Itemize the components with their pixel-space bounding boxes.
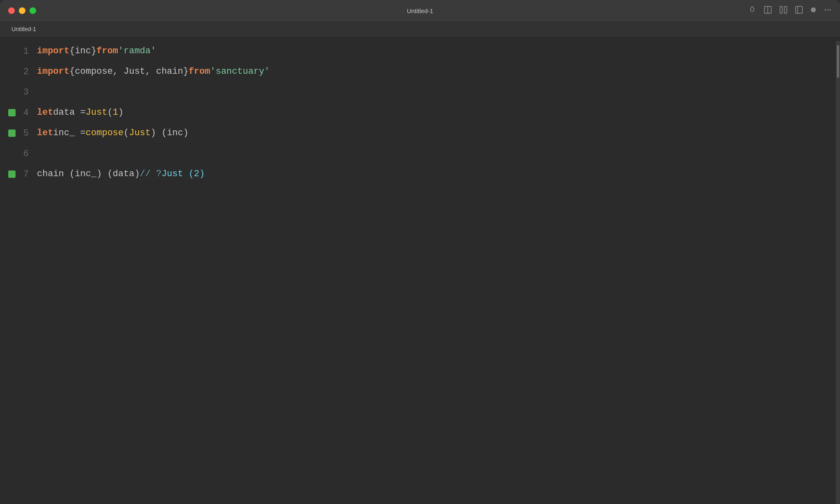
token: ) <box>183 123 188 143</box>
code-line-5: 5 let inc_ = compose ( Just ) ( inc ) <box>8 123 836 143</box>
code-content-7: chain (inc_) (data) // ? Just (2) <box>37 164 205 184</box>
token: import <box>37 41 69 61</box>
code-content-4: let data = Just ( 1 ) <box>37 102 123 123</box>
token: data = <box>53 102 86 123</box>
tab-untitled[interactable]: Untitled-1 <box>8 24 39 34</box>
line-number-5: 5 <box>21 128 37 138</box>
code-editor: 1 import { inc } from 'ramda' 2 import <box>0 41 836 504</box>
ellipsis-icon[interactable] <box>824 6 832 16</box>
svg-rect-3 <box>785 6 787 13</box>
code-line-4: 4 let data = Just ( 1 ) <box>8 102 836 123</box>
code-content-1: import { inc } from 'ramda' <box>37 41 156 61</box>
token: let <box>37 102 53 123</box>
columns-icon[interactable] <box>779 6 788 16</box>
svg-point-7 <box>825 9 826 10</box>
token: 'ramda' <box>118 41 156 61</box>
window: Untitled-1 <box>0 0 840 504</box>
token: } <box>91 41 96 61</box>
token: // ? <box>140 164 162 184</box>
editor-area: 1 import { inc } from 'ramda' 2 import <box>0 37 840 504</box>
svg-rect-4 <box>796 6 803 13</box>
token: } <box>183 61 188 82</box>
code-content-2: import { compose, Just, chain } from 'sa… <box>37 61 270 82</box>
svg-point-8 <box>827 9 828 10</box>
svg-point-6 <box>811 7 816 12</box>
token: Just (2) <box>162 164 205 184</box>
token: import <box>37 61 69 82</box>
token: let <box>37 123 53 143</box>
token: ( <box>123 123 129 143</box>
token: compose <box>86 123 123 143</box>
traffic-lights <box>8 7 36 14</box>
close-button[interactable] <box>8 7 15 14</box>
indicator-7 <box>8 170 21 178</box>
svg-point-9 <box>829 9 831 10</box>
code-content-5: let inc_ = compose ( Just ) ( inc ) <box>37 123 189 143</box>
token: inc_ = <box>53 123 86 143</box>
green-indicator-4 <box>8 109 16 116</box>
token: inc <box>75 41 91 61</box>
token: Just <box>129 123 151 143</box>
code-line-6: 6 <box>8 143 836 164</box>
svg-rect-2 <box>780 6 783 13</box>
scrollbar[interactable] <box>836 41 840 504</box>
line-number-3: 3 <box>21 87 37 98</box>
sidebar-icon[interactable] <box>795 6 803 16</box>
indicator-5 <box>8 129 21 137</box>
token: 1 <box>113 102 118 123</box>
scrollbar-thumb[interactable] <box>837 45 839 78</box>
token: inc <box>167 123 183 143</box>
minimize-button[interactable] <box>19 7 25 14</box>
code-line-7: 7 chain (inc_) (data) // ? Just (2) <box>8 164 836 184</box>
token: from <box>189 61 210 82</box>
layout-split-icon[interactable] <box>764 6 772 16</box>
line-number-1: 1 <box>21 46 37 57</box>
line-number-4: 4 <box>21 108 37 118</box>
indicator-4 <box>8 109 21 116</box>
token: Just <box>86 102 107 123</box>
code-line-2: 2 import { compose, Just, chain } from '… <box>8 61 836 82</box>
flame-icon[interactable] <box>748 6 756 16</box>
titlebar-actions <box>748 6 832 16</box>
token: ) ( <box>151 123 167 143</box>
token: chain (inc_) (data) <box>37 164 140 184</box>
maximize-button[interactable] <box>30 7 36 14</box>
code-line-3: 3 <box>8 82 836 102</box>
token: { <box>69 41 75 61</box>
token: from <box>96 41 118 61</box>
line-number-2: 2 <box>21 67 37 77</box>
token: { <box>69 61 75 82</box>
token: ( <box>107 102 113 123</box>
token: ) <box>118 102 123 123</box>
green-indicator-5 <box>8 129 16 137</box>
tab-bar: Untitled-1 <box>0 21 840 37</box>
code-line-1: 1 import { inc } from 'ramda' <box>8 41 836 61</box>
line-number-6: 6 <box>21 149 37 159</box>
dot-icon <box>810 7 816 15</box>
green-indicator-7 <box>8 170 16 178</box>
token: compose, Just, chain <box>75 61 183 82</box>
token: 'sanctuary' <box>210 61 269 82</box>
titlebar: Untitled-1 <box>0 0 840 21</box>
line-number-7: 7 <box>21 169 37 179</box>
window-title: Untitled-1 <box>407 7 433 14</box>
